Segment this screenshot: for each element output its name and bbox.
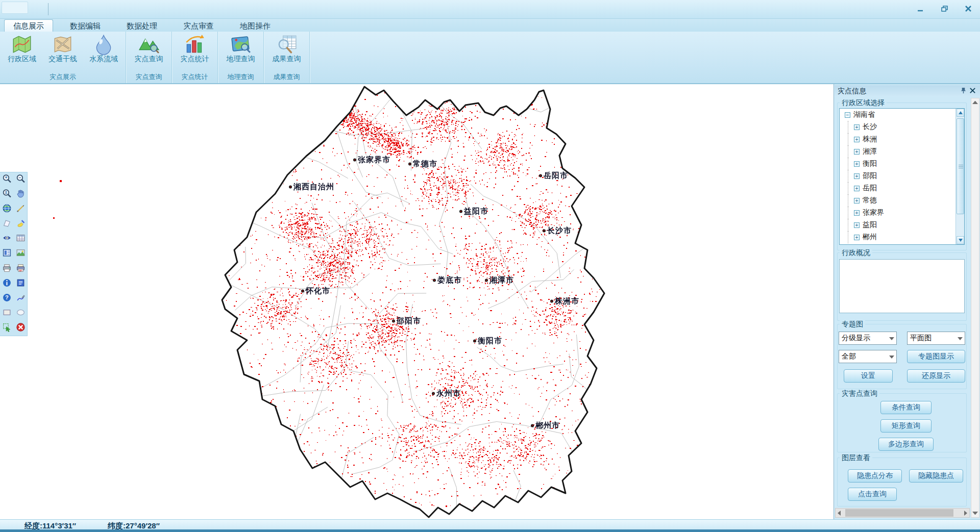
settings-button[interactable]: 设置: [844, 369, 893, 383]
ribbon-group-灾点统计: 灾点统计灾点统计: [172, 32, 218, 83]
ribbon-button-灾点查询[interactable]: 灾点查询: [129, 33, 169, 69]
attribute-table-button[interactable]: [14, 232, 28, 246]
svg-text:±: ±: [5, 190, 8, 195]
refresh-brush-button[interactable]: [14, 217, 28, 232]
chevron-down-icon: [958, 337, 963, 340]
layer-button-隐藏隐患点[interactable]: 隐藏隐患点: [909, 469, 963, 483]
tree-item-湘潭[interactable]: +湘潭: [840, 145, 964, 158]
expand-icon[interactable]: +: [854, 137, 860, 142]
expand-icon[interactable]: +: [854, 222, 860, 228]
tree-item-邵阳[interactable]: +邵阳: [840, 170, 964, 182]
tree-scrollbar[interactable]: [955, 109, 964, 244]
ribbon-button-交通干线[interactable]: 交通干线: [42, 33, 83, 69]
ribbon-button-水系流域[interactable]: 水系流域: [83, 33, 124, 69]
ribbon-group-label: 灾点展示: [0, 72, 126, 82]
disaster-query-label: 灾害点查询: [840, 389, 879, 398]
polygon-select-button[interactable]: [0, 321, 14, 336]
eagle-eye-button[interactable]: [0, 232, 14, 246]
overview-textarea[interactable]: [839, 259, 965, 313]
tree-item-株洲[interactable]: +株洲: [840, 133, 964, 145]
expand-icon[interactable]: +: [854, 161, 860, 167]
tree-scroll-down[interactable]: [957, 236, 964, 244]
zoom-window-button[interactable]: ±: [0, 187, 14, 202]
panel-close-icon[interactable]: [968, 87, 977, 95]
city-marker-icon: [408, 162, 411, 165]
ellipse-select-button[interactable]: [14, 306, 28, 321]
query-button-条件查询[interactable]: 条件查询: [880, 401, 932, 414]
panel-vertical-scrollbar[interactable]: [971, 98, 979, 518]
sketch-line-button[interactable]: [14, 291, 28, 306]
thematic-show-button[interactable]: 专题图显示: [907, 350, 965, 363]
tab-灾点审查[interactable]: 灾点审查: [174, 19, 223, 32]
horizontal-scroll-thumb[interactable]: [845, 509, 953, 517]
restore-button[interactable]: [936, 3, 953, 14]
scope-dropdown[interactable]: 全部: [839, 350, 897, 363]
zoom-in-icon: +: [2, 174, 12, 186]
scroll-down-icon[interactable]: [972, 512, 978, 515]
pan-hand-icon: [16, 189, 26, 200]
query-button-多边形查询[interactable]: 多边形查询: [878, 438, 934, 451]
eagle-eye-icon: [2, 233, 12, 245]
tree-scroll-thumb[interactable]: [957, 118, 964, 214]
quick-access-toolbar[interactable]: [2, 2, 28, 14]
tree-item-长沙[interactable]: +长沙: [840, 121, 964, 133]
scroll-right-icon[interactable]: [964, 511, 967, 516]
minimize-button[interactable]: [912, 3, 929, 14]
zoom-out-button[interactable]: −: [14, 172, 28, 187]
layer-control-button[interactable]: [0, 246, 14, 261]
grade-display-value: 分级显示: [842, 334, 870, 343]
city-marker-icon: [353, 158, 356, 161]
grade-display-dropdown[interactable]: 分级显示: [839, 332, 897, 345]
tree-item-郴州[interactable]: +郴州: [840, 231, 964, 243]
expand-icon[interactable]: +: [854, 235, 860, 240]
zoom-in-button[interactable]: +: [0, 172, 14, 187]
expand-icon[interactable]: +: [854, 173, 860, 179]
expand-icon[interactable]: +: [854, 124, 860, 130]
ribbon-button-行政区域[interactable]: 行政区域: [2, 33, 42, 69]
full-extent-globe-button[interactable]: [0, 202, 14, 217]
tab-信息展示[interactable]: 信息展示: [4, 19, 53, 32]
expand-icon[interactable]: +: [854, 149, 860, 155]
tree-item-岳阳[interactable]: +岳阳: [840, 182, 964, 194]
scroll-up-icon[interactable]: [972, 101, 978, 104]
query-button-矩形查询[interactable]: 矩形查询: [880, 419, 932, 433]
tab-数据编辑[interactable]: 数据编辑: [61, 19, 110, 32]
tab-地图操作[interactable]: 地图操作: [231, 19, 280, 32]
document-list-button[interactable]: [14, 276, 28, 291]
print-preview-button[interactable]: [14, 262, 28, 276]
tree-item-常德[interactable]: +常德: [840, 194, 964, 207]
tree-scroll-up[interactable]: [957, 109, 964, 117]
layer-button-隐患点分布[interactable]: 隐患点分布: [848, 469, 902, 483]
tab-数据处理[interactable]: 数据处理: [117, 19, 166, 32]
ribbon-button-成果查询[interactable]: 成果查询: [266, 33, 307, 69]
rectangle-select-button[interactable]: [0, 306, 14, 321]
scroll-left-icon[interactable]: [838, 511, 841, 516]
expand-icon[interactable]: +: [854, 186, 860, 191]
close-delete-button[interactable]: [14, 321, 28, 336]
ribbon-button-灾点统计[interactable]: 灾点统计: [175, 33, 215, 69]
tree-item-衡阳[interactable]: +衡阳: [840, 158, 964, 170]
image-view-button[interactable]: [14, 246, 28, 261]
tree-item-张家界[interactable]: +张家界: [840, 207, 964, 219]
ribbon-button-地理查询[interactable]: 地理查询: [220, 33, 261, 69]
map-canvas[interactable]: [0, 84, 834, 519]
pan-hand-button[interactable]: [14, 187, 28, 202]
expand-icon[interactable]: +: [854, 210, 860, 216]
restore-display-button[interactable]: 还原显示: [907, 369, 965, 383]
tree-item-湖南省[interactable]: −湖南省: [840, 109, 964, 121]
measure-line-button[interactable]: [14, 202, 28, 217]
expand-icon[interactable]: +: [854, 198, 860, 204]
collapse-icon[interactable]: −: [845, 112, 850, 118]
layer-button-点击查询[interactable]: 点击查询: [848, 488, 897, 501]
map-view[interactable]: 张家界市常德市岳阳市湘西自治州益阳市长沙市娄底市湘潭市怀化市株洲市邵阳市衡阳市永…: [0, 84, 834, 519]
map-type-dropdown[interactable]: 平面图: [907, 332, 965, 345]
city-name: 张家界市: [358, 155, 390, 165]
close-button[interactable]: [960, 3, 977, 14]
pin-icon[interactable]: [959, 87, 968, 95]
clear-polygon-button[interactable]: [0, 217, 14, 232]
panel-horizontal-scrollbar[interactable]: [835, 508, 970, 518]
identify-info-button[interactable]: [0, 276, 14, 291]
tree-item-益阳[interactable]: +益阳: [840, 219, 964, 231]
print-button[interactable]: [0, 262, 14, 276]
help-button[interactable]: ?: [0, 291, 14, 306]
